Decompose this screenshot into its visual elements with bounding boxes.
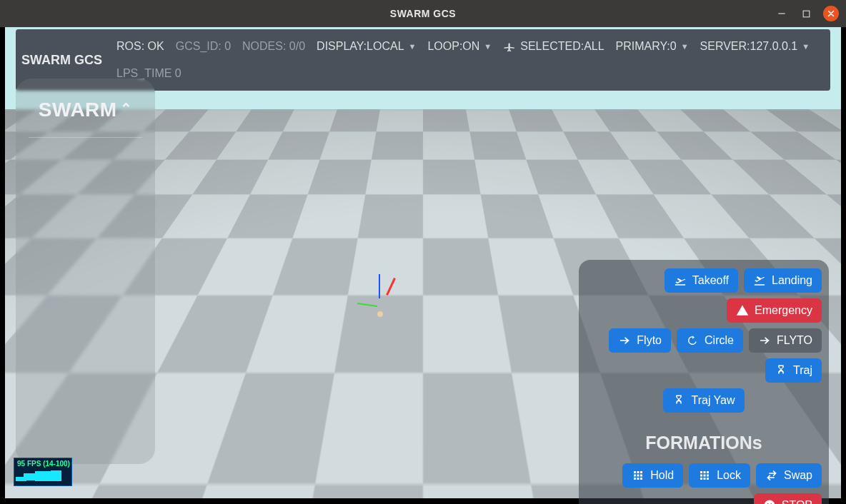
status-lps-time: LPS_TIME 0	[116, 67, 823, 80]
circle-icon	[686, 334, 699, 347]
fps-counter: 95 FPS (14-100)	[14, 458, 72, 486]
swap-button[interactable]: Swap	[756, 463, 822, 488]
circle-button[interactable]: Circle	[677, 328, 743, 353]
swarm-panel: SWARM⌃	[16, 79, 155, 464]
svg-rect-0	[778, 13, 785, 14]
formations-title: FORMATIONs	[586, 433, 822, 453]
caret-down-icon: ▼	[802, 42, 810, 51]
grid-icon	[698, 469, 711, 482]
menu-display[interactable]: DISPLAY:LOCAL▼	[317, 40, 416, 53]
stop-button[interactable]: STOP	[754, 493, 822, 504]
hold-label: Hold	[650, 469, 674, 482]
lock-button[interactable]: Lock	[689, 463, 750, 488]
traj-button[interactable]: Traj	[765, 358, 822, 383]
app-frame: SWARM GCS ROS: OK GCS_ID: 0 NODES: 0/0 D…	[5, 27, 841, 499]
swap-icon	[765, 469, 778, 482]
caret-down-icon: ▼	[484, 42, 492, 51]
svg-rect-1	[803, 11, 810, 17]
fps-graph-icon	[16, 470, 70, 484]
takeoff-label: Takeoff	[692, 274, 729, 287]
flyto-button[interactable]: Flyto	[609, 328, 671, 353]
window-titlebar: SWARM GCS	[0, 0, 846, 27]
swarm-panel-header[interactable]: SWARM⌃	[16, 79, 155, 130]
warning-icon	[736, 304, 749, 317]
emergency-label: Emergency	[755, 304, 812, 317]
status-selected[interactable]: SELECTED:ALL	[503, 40, 604, 53]
chevron-up-icon: ⌃	[120, 101, 133, 116]
fps-label: 95 FPS (14-100)	[17, 460, 70, 468]
takeoff-icon	[674, 274, 687, 287]
divider	[29, 137, 142, 138]
landing-icon	[753, 274, 766, 287]
window-minimize-button[interactable]	[775, 6, 789, 21]
axis-z-icon	[379, 274, 380, 298]
caret-down-icon: ▼	[409, 42, 417, 51]
traj-yaw-button[interactable]: Traj Yaw	[663, 388, 744, 413]
takeoff-button[interactable]: Takeoff	[665, 268, 738, 293]
menu-loop[interactable]: LOOP:ON▼	[427, 40, 492, 53]
hourglass-icon	[672, 394, 685, 407]
swap-label: Swap	[784, 469, 812, 482]
landing-button[interactable]: Landing	[744, 268, 822, 293]
traj-label: Traj	[793, 364, 812, 377]
flyto-caps-label: FLYTO	[777, 334, 812, 347]
status-ros: ROS: OK	[116, 40, 164, 53]
status-gcs-id: GCS_ID: 0	[176, 40, 231, 53]
menu-primary[interactable]: PRIMARY:0▼	[616, 40, 689, 53]
arrow-right-icon	[618, 334, 631, 347]
traj-yaw-label: Traj Yaw	[691, 394, 735, 407]
origin-point-icon	[377, 311, 383, 317]
caret-down-icon: ▼	[681, 42, 689, 51]
grid-icon	[632, 469, 645, 482]
menu-server[interactable]: SERVER:127.0.0.1▼	[700, 40, 810, 53]
landing-label: Landing	[772, 274, 812, 287]
stop-label: STOP	[782, 499, 812, 504]
lock-label: Lock	[717, 469, 741, 482]
window-close-button[interactable]	[823, 6, 839, 21]
circle-label: Circle	[705, 334, 734, 347]
flyto-label: Flyto	[637, 334, 662, 347]
hourglass-icon	[775, 364, 787, 377]
swarm-panel-title: SWARM	[39, 99, 117, 121]
window-maximize-button[interactable]	[799, 6, 813, 21]
arrow-right-icon	[758, 334, 771, 347]
flyto-caps-button[interactable]: FLYTO	[749, 328, 822, 353]
hold-button[interactable]: Hold	[622, 463, 683, 488]
command-panel: Takeoff Landing Emergency Flyto Circle	[579, 260, 829, 504]
status-nodes: NODES: 0/0	[242, 40, 305, 53]
airplane-icon	[503, 40, 516, 53]
cancel-icon	[763, 499, 776, 504]
window-title: SWARM GCS	[390, 8, 456, 19]
emergency-button[interactable]: Emergency	[727, 298, 822, 323]
